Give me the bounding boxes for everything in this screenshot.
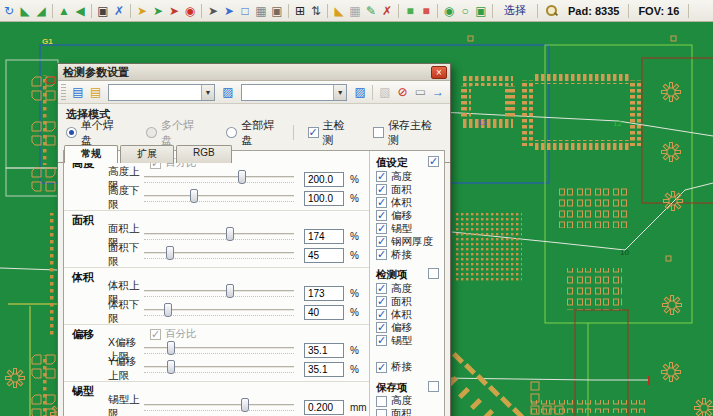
group-item[interactable]: 面积 — [376, 296, 441, 309]
group-item[interactable]: 桥接 — [376, 361, 441, 374]
param-slider[interactable] — [144, 341, 294, 359]
group-master-checkbox[interactable] — [428, 156, 439, 167]
item-checkbox[interactable] — [376, 409, 387, 416]
window-icon[interactable]: ▭ — [411, 83, 429, 101]
item-checkbox[interactable] — [376, 236, 387, 247]
slider-thumb[interactable] — [167, 360, 175, 374]
group-item[interactable]: 锡型 — [376, 223, 441, 236]
fill-green-icon[interactable]: ■ — [402, 2, 418, 20]
slider-thumb[interactable] — [238, 170, 246, 184]
item-checkbox[interactable] — [376, 197, 387, 208]
target-ring-icon[interactable]: ○ — [457, 2, 473, 20]
group-item[interactable]: 高度 — [376, 171, 441, 184]
close-button[interactable]: × — [431, 66, 447, 79]
group-master-checkbox[interactable] — [428, 268, 439, 279]
param-slider[interactable] — [144, 398, 294, 416]
param-value-input[interactable] — [304, 229, 344, 244]
param-slider[interactable] — [144, 360, 294, 378]
param-slider[interactable] — [144, 227, 294, 245]
tab-extended[interactable]: 扩展 — [120, 145, 174, 163]
item-checkbox[interactable] — [376, 184, 387, 195]
group-item[interactable]: 高度 — [376, 395, 441, 408]
preset-combobox-2[interactable]: ▼ — [241, 84, 348, 101]
param-value-input[interactable] — [304, 191, 344, 206]
item-checkbox[interactable] — [376, 171, 387, 182]
item-checkbox[interactable] — [376, 396, 387, 407]
item-checkbox[interactable] — [376, 249, 387, 260]
group-master-checkbox[interactable] — [428, 381, 439, 392]
refresh-icon[interactable]: ↻ — [1, 2, 17, 20]
dart-green-icon[interactable]: ➤ — [150, 2, 166, 20]
param-value-input[interactable] — [304, 343, 344, 358]
select-mode-button[interactable]: 选择 — [496, 3, 534, 18]
slider-thumb[interactable] — [166, 246, 174, 260]
item-checkbox[interactable] — [376, 223, 387, 234]
param-value-input[interactable] — [304, 305, 344, 320]
param-slider[interactable] — [144, 189, 294, 207]
dialog-titlebar[interactable]: 检测参数设置 × — [58, 64, 450, 81]
grid-view-icon[interactable]: ▦ — [253, 2, 269, 20]
grid-light-icon[interactable]: ▦ — [347, 2, 363, 20]
pin-blue-icon[interactable]: ➤ — [221, 2, 237, 20]
group-item[interactable]: 面积 — [376, 408, 441, 416]
group-item[interactable]: 偏移 — [376, 210, 441, 223]
chevron-down-icon[interactable]: ▼ — [201, 85, 214, 100]
param-value-input[interactable] — [304, 248, 344, 263]
target-square-icon[interactable]: ▣ — [473, 2, 489, 20]
dart-red-icon[interactable]: ➤ — [166, 2, 182, 20]
ruler-a-icon[interactable]: ◣ — [17, 2, 33, 20]
target-filled-icon[interactable]: ◉ — [441, 2, 457, 20]
dart-yellow-icon[interactable]: ➤ — [134, 2, 150, 20]
item-checkbox[interactable] — [376, 283, 387, 294]
tab-rgb[interactable]: RGB — [176, 145, 232, 163]
group-item[interactable]: 偏移 — [376, 322, 441, 335]
save-add-icon[interactable]: ▤ — [87, 83, 105, 101]
param-slider[interactable] — [144, 303, 294, 321]
slider-thumb[interactable] — [190, 189, 198, 203]
image-chart-icon[interactable]: ▣ — [95, 2, 111, 20]
slider-thumb[interactable] — [226, 227, 234, 241]
slider-thumb[interactable] — [226, 284, 234, 298]
group-item[interactable]: 体积 — [376, 197, 441, 210]
param-value-input[interactable] — [304, 362, 344, 377]
group-item[interactable]: 体积 — [376, 309, 441, 322]
tab-general[interactable]: 常规 — [64, 145, 118, 163]
group-item[interactable]: 桥接 — [376, 249, 441, 262]
load-b-icon[interactable]: ▨ — [351, 83, 369, 101]
exit-icon[interactable]: → — [429, 83, 447, 101]
param-value-input[interactable] — [304, 400, 344, 415]
item-checkbox[interactable] — [376, 335, 387, 346]
preset-combobox-1[interactable]: ▼ — [108, 84, 215, 101]
group-item[interactable]: 高度 — [376, 283, 441, 296]
save-icon[interactable]: ▤ — [69, 83, 87, 101]
chevron-down-icon[interactable]: ▼ — [333, 85, 346, 100]
param-value-input[interactable] — [304, 172, 344, 187]
load-a-icon[interactable]: ▨ — [219, 83, 237, 101]
ruler-b-icon[interactable]: ◢ — [33, 2, 49, 20]
item-checkbox[interactable] — [376, 322, 387, 333]
fill-red-icon[interactable]: ■ — [418, 2, 434, 20]
chart-edit-icon[interactable]: ✎ — [363, 2, 379, 20]
horn-icon[interactable]: ◀ — [72, 2, 88, 20]
forbid-icon[interactable]: ⊘ — [394, 83, 412, 101]
param-slider[interactable] — [144, 246, 294, 264]
pin-dark-icon[interactable]: ➤ — [205, 2, 221, 20]
item-checkbox[interactable] — [376, 362, 387, 373]
slider-thumb[interactable] — [167, 341, 175, 355]
group-item[interactable]: 锡型 — [376, 335, 441, 348]
tiles-icon[interactable]: ⊞ — [292, 2, 308, 20]
set-square-icon[interactable]: ▲ — [56, 2, 72, 20]
param-slider[interactable] — [144, 170, 294, 188]
ruler-yellow-icon[interactable]: ◣ — [331, 2, 347, 20]
magnifier-icon[interactable] — [545, 4, 558, 17]
map-pin-icon[interactable]: ◉ — [182, 2, 198, 20]
item-checkbox[interactable] — [376, 210, 387, 221]
param-slider[interactable] — [144, 284, 294, 302]
delete-icon[interactable]: ✗ — [379, 2, 395, 20]
rect-select-icon[interactable]: □ — [237, 2, 253, 20]
group-item[interactable]: 面积 — [376, 184, 441, 197]
sort-az-icon[interactable]: ⇅ — [308, 2, 324, 20]
param-value-input[interactable] — [304, 286, 344, 301]
item-checkbox[interactable] — [376, 296, 387, 307]
slider-thumb[interactable] — [164, 303, 172, 317]
